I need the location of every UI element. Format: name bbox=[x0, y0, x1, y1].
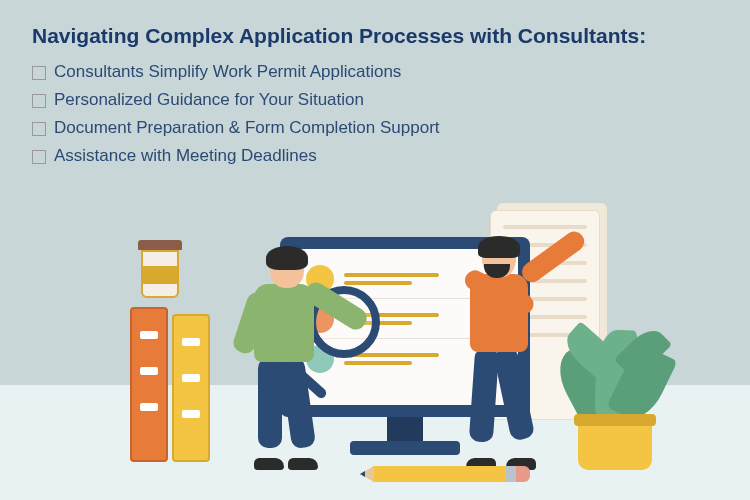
bullet-item: Consultants Simplify Work Permit Applica… bbox=[32, 58, 750, 86]
person-left-icon bbox=[222, 250, 342, 470]
person-right-icon bbox=[448, 240, 578, 470]
binders-icon bbox=[130, 302, 214, 462]
page-title: Navigating Complex Application Processes… bbox=[0, 0, 750, 58]
pencil-icon bbox=[360, 466, 530, 482]
bullet-list: Consultants Simplify Work Permit Applica… bbox=[0, 58, 750, 170]
bullet-item: Document Preparation & Form Completion S… bbox=[32, 114, 750, 142]
coffee-cup-icon bbox=[138, 240, 182, 300]
bullet-item: Personalized Guidance for Your Situation bbox=[32, 86, 750, 114]
bullet-item: Assistance with Meeting Deadlines bbox=[32, 142, 750, 170]
potted-plant-icon bbox=[560, 300, 670, 470]
illustration-scene bbox=[130, 170, 690, 500]
